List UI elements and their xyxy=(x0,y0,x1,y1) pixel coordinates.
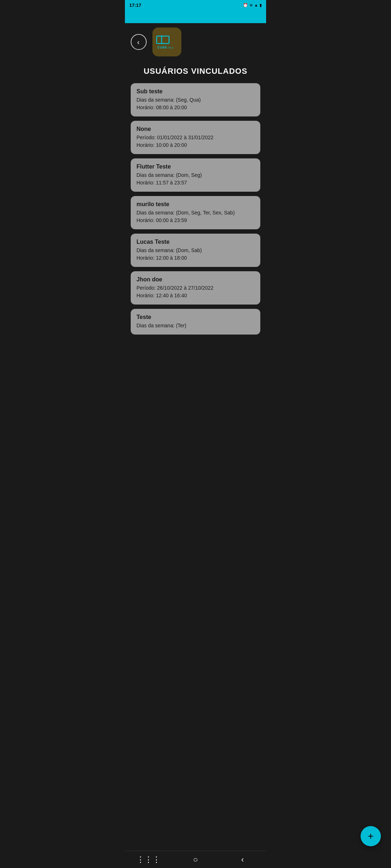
user-card-detail-line2: Horário: 10:00 à 20:00 xyxy=(136,141,255,149)
user-card-detail-line2: Horário: 12:40 à 16:40 xyxy=(136,292,255,299)
status-icons: ⏰ ≋ ▲ ▮ xyxy=(243,3,262,8)
user-card-name: Flutter Teste xyxy=(136,163,255,170)
user-card-detail-line1: Período: 01/01/2022 à 31/01/2022 xyxy=(136,134,255,141)
cube-logo-svg: CUBE ITALIA xyxy=(156,34,178,50)
svg-rect-1 xyxy=(161,36,169,44)
page-title: USUÁRIOS VINCULADOS xyxy=(125,61,266,83)
user-card[interactable]: Jhon doePeríodo: 26/10/2022 à 27/10/2022… xyxy=(131,271,260,305)
user-card-detail-line2: Horário: 00:00 à 23:59 xyxy=(136,217,255,224)
user-card[interactable]: Flutter TesteDias da semana: (Dom, Seg)H… xyxy=(131,158,260,192)
status-time: 17:17 xyxy=(129,3,141,8)
user-card-detail-line2: Horário: 12:00 à 18:00 xyxy=(136,254,255,262)
user-card-name: None xyxy=(136,126,255,132)
back-button[interactable]: ‹ xyxy=(131,34,147,50)
user-card-detail-line1: Dias da semana: (Ter) xyxy=(136,322,255,329)
user-card-detail-line1: Período: 26/10/2022 à 27/10/2022 xyxy=(136,284,255,292)
user-card-detail-line1: Dias da semana: (Dom, Sab) xyxy=(136,247,255,254)
status-bar: 17:17 ⏰ ≋ ▲ ▮ xyxy=(125,0,266,10)
user-card-name: Teste xyxy=(136,314,255,320)
signal-icon: ▲ xyxy=(254,3,258,7)
user-card[interactable]: TesteDias da semana: (Ter) xyxy=(131,309,260,335)
app-logo: CUBE ITALIA xyxy=(152,27,181,56)
user-list: Sub testeDias da semana: (Seg, Qua)Horár… xyxy=(125,83,266,371)
user-card-name: Jhon doe xyxy=(136,276,255,283)
user-card[interactable]: murilo testeDias da semana: (Dom, Seg, T… xyxy=(131,196,260,229)
alarm-icon: ⏰ xyxy=(243,3,248,8)
user-card-detail-line1: Dias da semana: (Dom, Seg, Ter, Sex, Sab… xyxy=(136,209,255,217)
user-card-detail-line1: Dias da semana: (Seg, Qua) xyxy=(136,96,255,104)
user-card-name: Sub teste xyxy=(136,88,255,95)
user-card-detail-line2: Horário: 08:00 à 20:00 xyxy=(136,104,255,111)
user-card-detail-line2: Horário: 11:57 à 23:57 xyxy=(136,179,255,187)
user-card-name: Lucas Teste xyxy=(136,239,255,245)
battery-icon: ▮ xyxy=(260,3,262,8)
user-card[interactable]: NonePeríodo: 01/01/2022 à 31/01/2022Horá… xyxy=(131,121,260,154)
user-card[interactable]: Lucas TesteDias da semana: (Dom, Sab)Hor… xyxy=(131,234,260,267)
wifi-icon: ≋ xyxy=(249,3,253,8)
svg-text:ITALIA: ITALIA xyxy=(168,47,174,49)
back-icon: ‹ xyxy=(137,38,140,46)
user-card-detail-line1: Dias da semana: (Dom, Seg) xyxy=(136,171,255,179)
top-teal-bar xyxy=(125,10,266,23)
user-card-name: murilo teste xyxy=(136,201,255,208)
svg-text:CUBE: CUBE xyxy=(157,46,167,49)
header: ‹ CUBE ITALIA xyxy=(125,23,266,61)
user-card[interactable]: Sub testeDias da semana: (Seg, Qua)Horár… xyxy=(131,83,260,116)
